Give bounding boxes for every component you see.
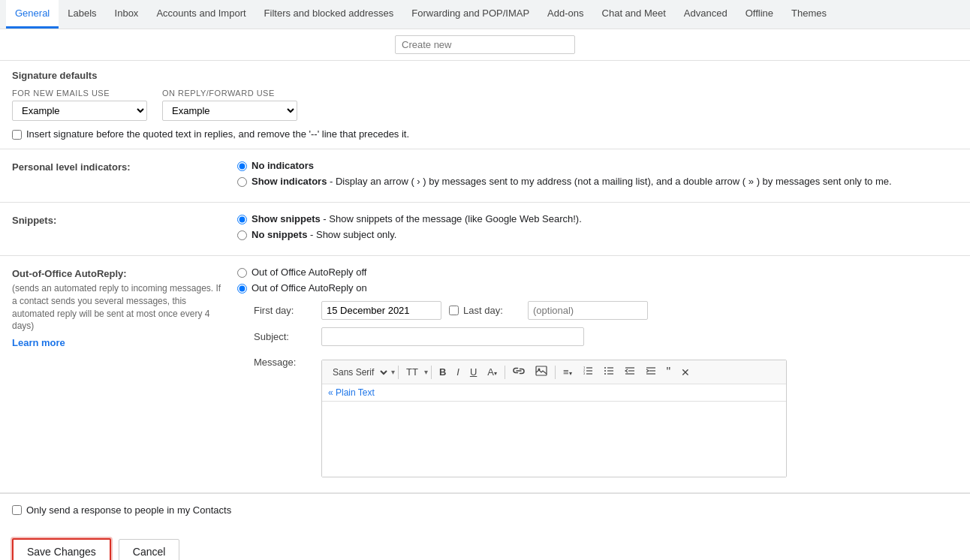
learn-more-link[interactable]: Learn more (12, 337, 237, 348)
bold-button[interactable]: B (435, 364, 450, 380)
autoreply-on-label: Out of Office AutoReply on (252, 282, 367, 294)
signature-section: Signature defaults FOR NEW EMAILS USE Ex… (0, 61, 970, 149)
message-label: Message: (254, 354, 314, 368)
no-snippets-option: No snippets - Show subject only. (237, 229, 958, 240)
new-emails-label: FOR NEW EMAILS USE (12, 89, 147, 98)
autoreply-control: Out of Office AutoReply off Out of Offic… (237, 266, 958, 482)
svg-point-8 (604, 367, 606, 369)
svg-text:3: 3 (583, 372, 586, 375)
message-editor: Sans Serif ▾ TT ▾ B I U A▾ (321, 360, 787, 477)
toolbar-divider-3 (505, 366, 505, 379)
last-day-label: Last day: (463, 305, 523, 316)
align-button[interactable]: ≡▾ (559, 364, 577, 380)
snippets-label: Snippets: (12, 213, 237, 226)
italic-button[interactable]: I (452, 364, 464, 380)
quote-button[interactable]: " (662, 364, 676, 381)
font-size-button[interactable]: TT (402, 364, 423, 380)
tab-addons[interactable]: Add-ons (538, 0, 592, 29)
cancel-button[interactable]: Cancel (119, 539, 180, 560)
underline-button[interactable]: U (465, 364, 481, 380)
show-indicators-label: Show indicators - Display an arrow ( › )… (252, 176, 892, 187)
show-snippets-option: Show snippets - Show snippets of the mes… (237, 213, 958, 224)
personal-level-no-indicators: No indicators (237, 160, 958, 171)
radio-autoreply-on[interactable] (237, 284, 247, 294)
show-snippets-label: Show snippets - Show snippets of the mes… (252, 213, 582, 224)
chevron-size-icon: ▾ (424, 368, 428, 376)
radio-no-snippets[interactable] (237, 230, 247, 240)
unordered-list-button[interactable] (599, 363, 619, 381)
create-new-input[interactable] (395, 35, 575, 54)
signature-checkbox-label: Insert signature before the quoted text … (26, 128, 409, 140)
text-color-button[interactable]: A▾ (483, 364, 502, 380)
snippets-row: Snippets: Show snippets - Show snippets … (0, 203, 970, 256)
personal-level-label: Personal level indicators: (12, 160, 237, 173)
tab-filters[interactable]: Filters and blocked addresses (255, 0, 403, 29)
nav-tabs: General Labels Inbox Accounts and Import… (0, 0, 970, 29)
autoreply-off-label: Out of Office AutoReply off (252, 266, 366, 278)
editor-container: Sans Serif ▾ TT ▾ B I U A▾ (321, 354, 787, 477)
tab-offline[interactable]: Offline (737, 0, 782, 29)
snippets-control: Show snippets - Show snippets of the mes… (237, 213, 958, 245)
subject-input[interactable] (321, 327, 584, 346)
tab-inbox[interactable]: Inbox (106, 0, 148, 29)
message-textarea[interactable] (322, 402, 786, 477)
radio-autoreply-off[interactable] (237, 268, 247, 278)
message-wrap: Message: Sans Serif ▾ TT ▾ (254, 354, 958, 477)
last-day-group: Last day: (449, 301, 648, 320)
radio-show-indicators[interactable] (237, 177, 247, 187)
signature-checkbox-row: Insert signature before the quoted text … (12, 128, 958, 140)
remove-format-button[interactable]: ✕ (676, 364, 694, 381)
autoreply-label: Out-of-Office AutoReply: (sends an autom… (12, 266, 237, 348)
first-day-input[interactable] (321, 301, 441, 320)
autoreply-sublabel: (sends an automated reply to incoming me… (12, 282, 222, 333)
toolbar-divider-1 (398, 366, 399, 379)
indent-more-button[interactable] (641, 363, 661, 381)
reply-forward-field: ON REPLY/FORWARD USE Example (162, 89, 297, 121)
autoreply-off-option: Out of Office AutoReply off (237, 266, 958, 278)
chevron-font-icon: ▾ (391, 368, 395, 376)
toolbar-divider-4 (555, 366, 556, 379)
link-button[interactable] (508, 364, 529, 380)
ordered-list-button[interactable]: 123 (578, 363, 598, 381)
reply-forward-select[interactable]: Example (162, 101, 297, 121)
last-day-input[interactable] (528, 301, 648, 320)
signature-checkbox[interactable] (12, 130, 22, 140)
new-emails-field: FOR NEW EMAILS USE Example (12, 89, 147, 121)
tab-accounts[interactable]: Accounts and Import (147, 0, 255, 29)
only-send-checkbox[interactable] (12, 505, 22, 515)
font-select[interactable]: Sans Serif (327, 364, 390, 381)
signature-defaults: FOR NEW EMAILS USE Example ON REPLY/FORW… (12, 89, 958, 121)
tab-themes[interactable]: Themes (782, 0, 836, 29)
radio-show-snippets[interactable] (237, 215, 247, 224)
tab-labels[interactable]: Labels (59, 0, 105, 29)
autoreply-on-option: Out of Office AutoReply on (237, 282, 958, 294)
toolbar: Sans Serif ▾ TT ▾ B I U A▾ (322, 360, 786, 384)
subject-label: Subject: (254, 331, 314, 342)
bottom-bar: Save Changes Cancel (0, 526, 970, 560)
autoreply-row: Out-of-Office AutoReply: (sends an autom… (0, 256, 970, 493)
indent-less-button[interactable] (620, 363, 640, 381)
autoreply-fields: First day: Last day: Subject: Message: (254, 301, 958, 477)
radio-no-indicators[interactable] (237, 161, 247, 171)
only-send-row: Only send a response to people in my Con… (0, 493, 970, 526)
first-day-label: First day: (254, 305, 314, 316)
tab-chat[interactable]: Chat and Meet (593, 0, 675, 29)
reply-forward-label: ON REPLY/FORWARD USE (162, 89, 297, 98)
last-day-checkbox[interactable] (449, 306, 459, 315)
image-button[interactable] (531, 363, 552, 381)
top-partial-row (0, 29, 970, 61)
no-snippets-label: No snippets - Show subject only. (252, 229, 396, 240)
toolbar-divider-2 (431, 366, 432, 379)
personal-level-control: No indicators Show indicators - Display … (237, 160, 958, 191)
tab-forwarding[interactable]: Forwarding and POP/IMAP (402, 0, 538, 29)
tab-general[interactable]: General (6, 0, 59, 29)
personal-level-row: Personal level indicators: No indicators… (0, 149, 970, 203)
signature-section-title: Signature defaults (12, 70, 958, 81)
plain-text-link[interactable]: « Plain Text (322, 384, 786, 402)
personal-level-show-indicators: Show indicators - Display an arrow ( › )… (237, 176, 958, 187)
tab-advanced[interactable]: Advanced (675, 0, 737, 29)
new-emails-select[interactable]: Example (12, 101, 147, 121)
first-day-row: First day: Last day: (254, 301, 958, 320)
save-changes-button[interactable]: Save Changes (12, 538, 111, 560)
subject-row: Subject: (254, 327, 958, 346)
